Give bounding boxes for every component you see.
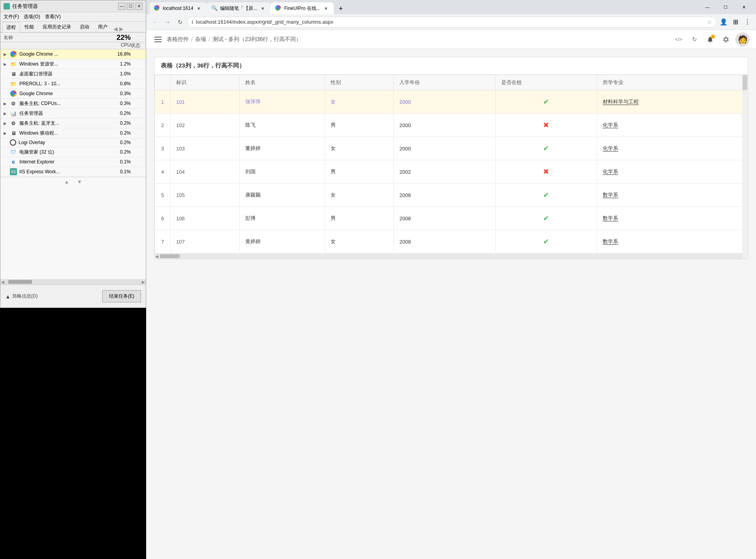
h-scroll-thumb[interactable] — [160, 254, 180, 258]
dept-link[interactable]: 数学系 — [603, 238, 618, 245]
settings-button[interactable] — [720, 33, 732, 46]
list-item[interactable]: ▶ e Internet Explorer 0.1% — [0, 157, 146, 167]
h-scroll-left-btn[interactable]: ◀ — [1, 280, 4, 284]
list-item[interactable]: ▶ ⚙ 服务主机: CDPUs... 0.3% — [0, 99, 146, 109]
scroll-up-icon[interactable]: ▲ — [64, 179, 69, 185]
table-row[interactable]: 4 104 刘国 男 2002 ✖ 化学系 — [155, 160, 748, 184]
list-item[interactable]: ▶ 🛡 电脑管家 (32 位) 0.2% — [0, 147, 146, 157]
col-header-year[interactable]: 入学年份 — [394, 75, 495, 90]
tab-close-1[interactable]: ✕ — [196, 5, 202, 11]
col-header-enrolled[interactable]: 是否在校 — [495, 75, 597, 90]
dept-link[interactable]: 化学系 — [603, 122, 618, 128]
address-text[interactable]: localhost:16144/index.aspx#/grid/_grid_m… — [196, 19, 705, 25]
chrome-tab-2[interactable]: 🔍 编辑随笔「【原... ✕ — [207, 2, 271, 14]
address-bar[interactable]: ℹ localhost:16144/index.aspx#/grid/_grid… — [187, 17, 717, 28]
chrome-maximize-button[interactable]: ☐ — [717, 2, 735, 13]
tm-close-button[interactable]: ✕ — [135, 3, 143, 10]
chrome-close-button[interactable]: ✕ — [735, 2, 753, 13]
dept-link[interactable]: 化学系 — [603, 169, 618, 175]
scroll-down-icon[interactable]: ▼ — [77, 179, 82, 185]
tm-tab-startup[interactable]: 启动 — [75, 22, 94, 32]
tm-menu-options[interactable]: 选项(O) — [24, 13, 40, 20]
tm-tab-users[interactable]: 用户 — [94, 22, 112, 32]
more-options-icon[interactable]: ⋮ — [742, 17, 753, 28]
extensions-icon[interactable]: ⊞ — [730, 17, 741, 28]
list-item[interactable]: ▶ 📁 PREROLL: 3 - 10... 0.8% — [0, 79, 146, 89]
table-row[interactable]: 3 103 董婷婷 女 2000 ✔ 化学系 — [155, 137, 748, 160]
cell-id: 102 — [171, 114, 240, 137]
list-item[interactable]: ▶ 📁 Windows 资源管... 1.2% — [0, 59, 146, 69]
user-profile-icon[interactable]: 👤 — [718, 17, 729, 28]
tm-summary-label[interactable]: 简略信息(D) — [12, 293, 38, 300]
expand-icon[interactable]: ▶ — [4, 101, 8, 106]
end-task-button[interactable]: 结束任务(E) — [102, 290, 141, 302]
tm-tab-app-history[interactable]: 应用历史记录 — [38, 22, 75, 32]
horizontal-scrollbar[interactable]: ◀ ▶ — [154, 253, 748, 259]
table-scroll-container[interactable]: 标识 姓名 性别 入学年份 是否在校 所学专业 1 101 张萍萍 女 2000 — [154, 75, 748, 259]
process-name: 桌面窗口管理器 — [19, 71, 103, 77]
data-table: 标识 姓名 性别 入学年份 是否在校 所学专业 1 101 张萍萍 女 2000 — [154, 75, 748, 253]
refresh-button[interactable]: ↻ — [175, 17, 186, 28]
list-item[interactable]: ▶ IIS IIS Express Work... 0.1% — [0, 167, 146, 177]
chrome-tab-3[interactable]: FineUIPro 在线... ✕ — [271, 2, 333, 14]
dept-link[interactable]: 数学系 — [603, 192, 618, 198]
breadcrumb-item-2[interactable]: 杂项 — [195, 36, 206, 43]
process-cpu: 1.2% — [103, 61, 131, 67]
user-avatar[interactable]: 🧑 — [735, 32, 750, 47]
breadcrumb-item-1[interactable]: 表格控件 — [167, 36, 189, 43]
dept-link[interactable]: 材料科学与工程 — [603, 99, 639, 105]
tab-close-2[interactable]: ✕ — [260, 5, 266, 11]
tm-tab-performance[interactable]: 性能 — [20, 22, 38, 32]
list-item[interactable]: ▶ ⚙ 服务主机: 蓝牙支... 0.2% — [0, 118, 146, 128]
chrome-tab-1[interactable]: localhost:1614 ✕ — [149, 2, 207, 14]
expand-icon[interactable]: ▶ — [4, 121, 8, 126]
refresh-page-button[interactable]: ↻ — [688, 33, 701, 46]
list-item[interactable]: ▶ Google Chrome 0.3% — [0, 89, 146, 99]
expand-icon[interactable]: ▶ — [4, 111, 8, 116]
tab-close-3[interactable]: ✕ — [323, 5, 329, 11]
cell-rownum: 3 — [155, 137, 171, 160]
list-item[interactable]: ▶ Logi Overlay 0.2% — [0, 138, 146, 147]
h-scroll-thumb[interactable] — [8, 280, 32, 284]
tm-tab-processes[interactable]: 进程 — [2, 22, 20, 32]
expand-icon[interactable]: ▶ — [4, 52, 8, 56]
forward-button[interactable]: → — [162, 17, 173, 28]
dept-link[interactable]: 数学系 — [603, 215, 618, 221]
back-button[interactable]: ← — [149, 17, 160, 28]
table-row[interactable]: 1 101 张萍萍 女 2000 ✔ 材料科学与工程 — [155, 90, 748, 114]
tm-menu-file[interactable]: 文件(F) — [4, 13, 19, 20]
expand-icon[interactable]: ▶ — [4, 62, 8, 66]
h-scroll-left[interactable]: ◀ — [155, 254, 158, 259]
process-cpu: 0.2% — [103, 140, 131, 145]
notification-button[interactable] — [704, 33, 717, 46]
tm-menu-view[interactable]: 查看(V) — [45, 13, 61, 20]
bookmark-icon[interactable]: ☆ — [707, 19, 712, 25]
col-header-name[interactable]: 姓名 — [239, 75, 325, 90]
chrome-minimize-button[interactable]: — — [698, 2, 717, 13]
cell-gender: 男 — [325, 114, 394, 137]
tm-horizontal-scrollbar[interactable]: ◀ ▶ — [0, 279, 146, 285]
expand-icon[interactable]: ▶ — [4, 131, 8, 135]
list-item[interactable]: ▶ Google Chrome ... 16.8% — [0, 49, 146, 59]
vertical-scrollbar-thumb[interactable] — [743, 75, 747, 90]
list-item[interactable]: ▶ 📊 任务管理器 0.2% — [0, 109, 146, 118]
h-scroll-right-btn[interactable]: ▶ — [142, 280, 145, 284]
table-row[interactable]: 2 102 陈飞 男 2000 ✖ 化学系 — [155, 114, 748, 137]
code-view-button[interactable]: </> — [672, 33, 685, 46]
table-row[interactable]: 7 107 黄婷婷 女 2008 ✔ 数学系 — [155, 230, 748, 253]
table-row[interactable]: 5 105 康颖颖 女 2008 ✔ 数学系 — [155, 184, 748, 207]
new-tab-button[interactable]: + — [335, 3, 346, 14]
list-item[interactable]: ▶ 🖥 Windows 驱动程... 0.2% — [0, 128, 146, 138]
list-item[interactable]: ▶ 🖥 桌面窗口管理器 1.0% — [0, 69, 146, 79]
process-name: 电脑管家 (32 位) — [19, 149, 103, 156]
tm-maximize-button[interactable]: ☐ — [127, 3, 134, 10]
table-row[interactable]: 6 106 彭博 男 2008 ✔ 数学系 — [155, 207, 748, 230]
tm-minimize-button[interactable]: — — [118, 3, 125, 10]
col-header-gender[interactable]: 性别 — [325, 75, 394, 90]
sidebar-toggle-button[interactable] — [152, 34, 164, 45]
dept-link[interactable]: 化学系 — [603, 145, 618, 152]
name-link[interactable]: 张萍萍 — [245, 99, 261, 105]
vertical-scrollbar[interactable] — [742, 75, 748, 259]
col-header-dept[interactable]: 所学专业 — [597, 75, 747, 90]
col-header-id[interactable]: 标识 — [171, 75, 240, 90]
